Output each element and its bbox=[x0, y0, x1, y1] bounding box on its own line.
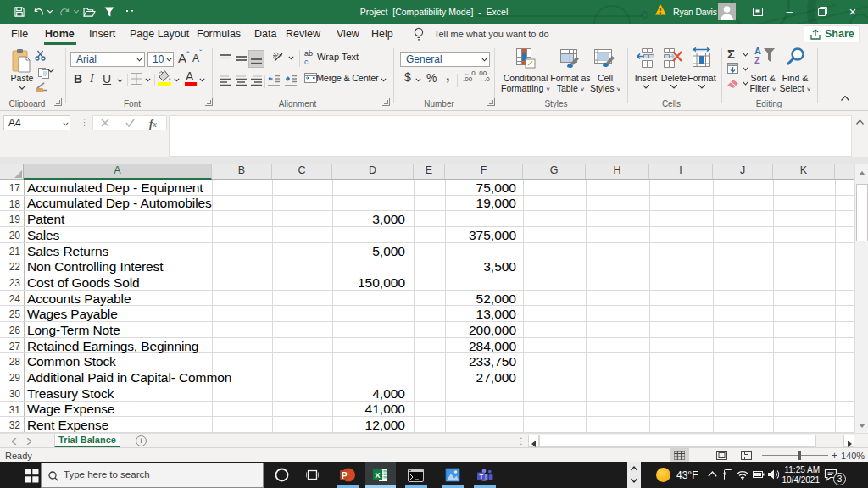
svg-text:P: P bbox=[342, 471, 348, 480]
svg-text:X: X bbox=[375, 470, 381, 480]
svg-text:T: T bbox=[479, 473, 483, 480]
